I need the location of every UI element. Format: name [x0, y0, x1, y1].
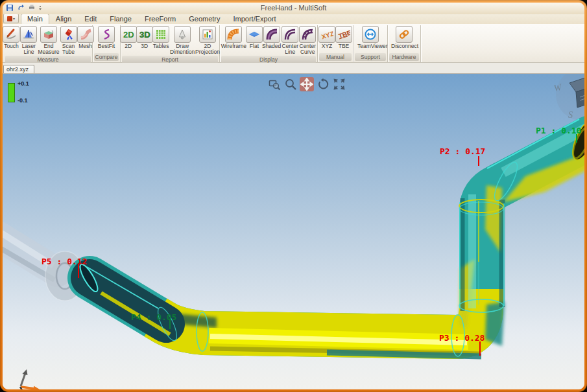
- annotation-p3-leader: [479, 341, 481, 356]
- teamviewer-icon: [362, 26, 379, 43]
- projection-2d-button[interactable]: 2D Projection: [195, 26, 220, 55]
- disconnect-button[interactable]: Disconnect: [389, 26, 419, 49]
- compass-south-label: S: [568, 110, 573, 120]
- report-3d-button[interactable]: 3D 3D: [137, 26, 152, 49]
- colorbar-swatch: [8, 83, 15, 102]
- group-caption-support: Support: [355, 53, 386, 61]
- ribbon-group-report: 2D 2D 3D 3D Tables Draw Dimention 2D Pro…: [121, 25, 220, 62]
- ribbon-group-support: TeamViewer Support: [353, 25, 388, 62]
- ribbon-group-measure: Touch Laser Line End Measure Scan Tube M…: [4, 25, 93, 62]
- shaded-button[interactable]: Shaded: [262, 26, 281, 49]
- group-caption-manual: Manual: [319, 53, 352, 61]
- svg-text:TBE: TBE: [337, 29, 350, 40]
- center-line-icon: [282, 26, 298, 43]
- tab-geometry[interactable]: Geometry: [182, 14, 226, 24]
- annotation-p4-leader: [169, 319, 171, 329]
- annotation-p3: P3 : 0.28: [439, 333, 485, 343]
- tables-button[interactable]: Tables: [152, 26, 169, 49]
- draw-dimension-icon: [174, 26, 191, 43]
- annotation-p2-leader: [478, 156, 479, 166]
- xyz-text-icon: XYZ: [318, 26, 335, 43]
- center-curve-icon: [299, 26, 316, 43]
- report-3d-icon: 3D: [136, 26, 153, 43]
- tables-grid-icon: [152, 26, 169, 43]
- application-menu-button[interactable]: ▾: [3, 14, 19, 23]
- touch-pen-icon: [3, 26, 19, 43]
- wireframe-elbow-icon: [225, 26, 242, 43]
- ribbon-group-hardware: Disconnect Hardware: [388, 25, 421, 62]
- shaded-elbow-icon: [263, 26, 280, 43]
- application-menu-icon: [7, 16, 12, 21]
- ribbon-group-display: Wireframe Flat Shaded Center Line Center…: [220, 25, 318, 62]
- chevron-down-icon: ▾: [13, 17, 15, 21]
- svg-text:2D: 2D: [123, 30, 134, 40]
- colorbar-min-label: -0.1: [18, 97, 29, 104]
- group-caption-hardware: Hardware: [389, 53, 419, 61]
- ribbon-spacer: [421, 25, 584, 62]
- tab-import-export[interactable]: Import/Export: [227, 14, 283, 24]
- scan-tube-icon: [60, 26, 77, 43]
- center-curve-button[interactable]: Center Curve: [299, 26, 316, 55]
- xyz-button[interactable]: XYZ XYZ: [319, 26, 335, 49]
- window-title: FreeHand - MultiSoft: [3, 4, 584, 12]
- ribbon: Touch Laser Line End Measure Scan Tube M…: [3, 24, 584, 63]
- pan-icon[interactable]: [300, 77, 314, 91]
- annotation-p5-leader: [78, 264, 79, 278]
- bestfit-curve-icon: [98, 26, 115, 43]
- end-measure-icon: [40, 26, 57, 43]
- end-measure-button[interactable]: End Measure: [38, 26, 59, 55]
- colorbar-max-label: +0.1: [18, 80, 29, 87]
- scan-tube-button[interactable]: Scan Tube: [60, 26, 77, 55]
- deviation-colorbar: +0.1 -0.1: [8, 80, 29, 104]
- annotation-p2: P2 : 0.17: [440, 146, 485, 156]
- report-2d-button[interactable]: 2D 2D: [120, 26, 136, 49]
- draw-dimension-button[interactable]: Draw Dimention: [170, 26, 195, 55]
- viewport-nav-toolbar: [267, 77, 346, 91]
- tab-main[interactable]: Main: [21, 14, 49, 24]
- tbe-text-icon: TBE: [335, 26, 352, 43]
- tbe-button[interactable]: TBE TBE: [336, 26, 352, 49]
- title-bar: FreeHand - MultiSoft: [3, 3, 584, 14]
- ribbon-group-manual: XYZ XYZ TBE TBE Manual: [318, 25, 353, 62]
- rotate-icon[interactable]: [316, 77, 330, 91]
- axis-triad: [9, 367, 61, 389]
- report-2d-icon: 2D: [120, 26, 137, 43]
- tab-flange[interactable]: Flange: [103, 14, 138, 24]
- wireframe-button[interactable]: Wireframe: [221, 26, 246, 49]
- annotation-p5: P5 : 0.12: [42, 257, 87, 266]
- viewport-canvas[interactable]: W S: [3, 74, 584, 389]
- tab-edit[interactable]: Edit: [78, 14, 103, 24]
- svg-text:3D: 3D: [139, 30, 150, 40]
- teamviewer-button[interactable]: TeamViewer: [355, 26, 386, 49]
- app-window: FreeHand - MultiSoft ▾ Main Align Edit F…: [0, 0, 587, 392]
- window-content: FreeHand - MultiSoft ▾ Main Align Edit F…: [3, 3, 584, 389]
- touch-button[interactable]: Touch: [3, 26, 19, 49]
- tab-align[interactable]: Align: [49, 14, 78, 24]
- svg-text:XYZ: XYZ: [320, 30, 333, 40]
- fit-view-icon[interactable]: [332, 77, 346, 91]
- zoom-window-icon[interactable]: [267, 77, 282, 91]
- document-tab-bar: ohr2.xyz: [3, 63, 584, 74]
- pipe-3d-scene: W S: [3, 74, 584, 389]
- group-caption-compare: Compare: [94, 53, 119, 61]
- laser-line-icon: [20, 26, 37, 43]
- flat-button[interactable]: Flat: [247, 26, 261, 49]
- mesh-icon: [77, 26, 94, 43]
- disconnect-link-icon: [396, 26, 413, 43]
- annotation-p1-leader: [576, 134, 577, 143]
- mesh-button[interactable]: Mesh: [78, 26, 93, 49]
- zoom-icon[interactable]: [283, 77, 298, 91]
- ribbon-group-compare: BestFit Compare: [93, 25, 121, 62]
- flat-shading-icon: [246, 26, 263, 43]
- annotation-p1: P1 : 0.10: [536, 126, 581, 135]
- document-tab[interactable]: ohr2.xyz: [3, 65, 34, 73]
- tab-freeform[interactable]: FreeForm: [138, 14, 182, 24]
- projection-chart-icon: [199, 26, 216, 43]
- laser-line-button[interactable]: Laser Line: [20, 26, 37, 55]
- screenshot-root: FreeHand - MultiSoft ▾ Main Align Edit F…: [0, 0, 587, 392]
- center-line-button[interactable]: Center Line: [282, 26, 298, 55]
- menu-tab-bar: ▾ Main Align Edit Flange FreeForm Geomet…: [3, 14, 584, 24]
- bestfit-button[interactable]: BestFit: [95, 26, 117, 49]
